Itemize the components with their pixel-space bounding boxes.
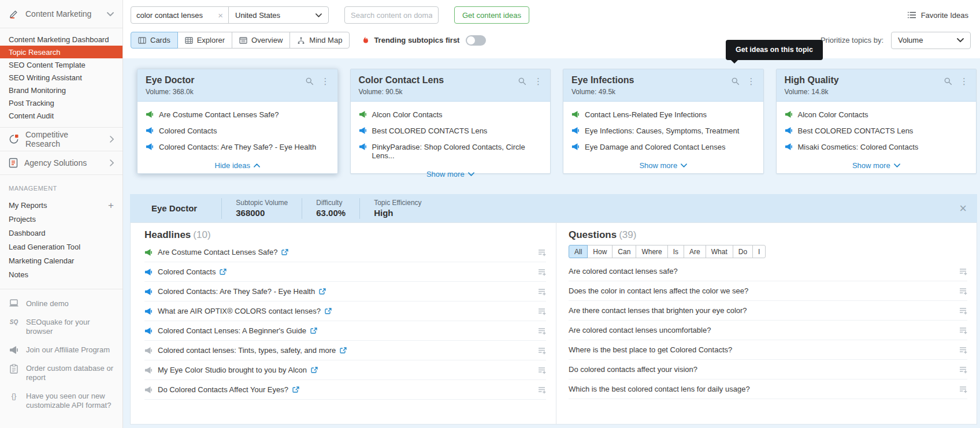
sidebar-item-notes[interactable]: Notes <box>0 267 122 281</box>
add-to-favorites-icon[interactable] <box>538 327 546 335</box>
add-to-favorites-icon[interactable] <box>538 307 546 315</box>
question-row[interactable]: Do colored contacts affect your vision? <box>569 360 967 379</box>
sidebar-item-seo-writing-assistant[interactable]: SEO Writing Assistant <box>0 71 122 84</box>
sidebar-item-content-marketing-dashboard[interactable]: Content Marketing Dashboard <box>0 33 122 46</box>
sidebar-item-seo-content-template[interactable]: SEO Content Template <box>0 58 122 71</box>
sidebar-item-my-reports[interactable]: My Reports + <box>0 198 122 212</box>
question-filter-are[interactable]: Are <box>684 245 706 258</box>
question-row[interactable]: Are colored contact lenses safe? <box>569 262 967 281</box>
external-link-icon[interactable] <box>220 269 227 276</box>
card-idea-item[interactable]: Best COLORED CONTACTS Lens <box>785 126 968 135</box>
question-filter-do[interactable]: Do <box>733 245 753 258</box>
tab-overview[interactable]: Overview <box>232 32 290 49</box>
card-idea-item[interactable]: Alcon Color Contacts <box>359 110 543 119</box>
external-link-icon[interactable] <box>319 288 326 295</box>
external-link-icon[interactable] <box>281 249 288 256</box>
sidebar-section-content-marketing[interactable]: Content Marketing <box>0 0 122 28</box>
trending-toggle[interactable] <box>466 35 486 46</box>
sidebar-item-marketing-calendar[interactable]: Marketing Calendar <box>0 254 122 267</box>
add-to-favorites-icon[interactable] <box>538 347 546 355</box>
sidebar-item-lead-generation-tool[interactable]: Lead Generation Tool <box>0 240 122 254</box>
add-to-favorites-icon[interactable] <box>959 326 967 334</box>
headline-row[interactable]: Colored Contact Lenses: A Beginner's Gui… <box>144 321 546 341</box>
kebab-menu-icon[interactable]: ⋮ <box>321 77 330 85</box>
footer-link-seoquake[interactable]: SQ SEOquake for your browser <box>0 313 122 341</box>
question-filter-what[interactable]: What <box>706 245 733 258</box>
sidebar-item-dashboard[interactable]: Dashboard <box>0 226 122 240</box>
add-to-favorites-icon[interactable] <box>959 307 967 315</box>
sidebar-item-brand-monitoring[interactable]: Brand Monitoring <box>0 84 122 96</box>
hide-ideas-link[interactable]: Hide ideas <box>215 161 260 170</box>
question-filter-all[interactable]: All <box>569 245 588 258</box>
headline-row[interactable]: Do Colored Contacts Affect Your Eyes? <box>144 380 546 400</box>
card-idea-item[interactable]: Alcon Color Contacts <box>785 110 968 119</box>
sidebar-item-post-tracking[interactable]: Post Tracking <box>0 96 122 109</box>
search-icon[interactable] <box>731 77 740 85</box>
card-idea-item[interactable]: Misaki Cosmetics: Colored Contacts <box>785 143 968 151</box>
country-select[interactable]: United States <box>228 7 328 23</box>
headline-row[interactable]: My Eye Color Studio brought to you by Al… <box>144 360 546 380</box>
headline-row[interactable]: Are Costume Contact Lenses Safe? <box>144 243 546 262</box>
card-idea-item[interactable]: Are Costume Contact Lenses Safe? <box>146 110 329 119</box>
question-row[interactable]: Does the color in contact lens affect th… <box>569 281 967 301</box>
external-link-icon[interactable] <box>311 367 318 374</box>
add-to-favorites-icon[interactable] <box>538 248 546 256</box>
external-link-icon[interactable] <box>340 347 347 354</box>
kebab-menu-icon[interactable]: ⋮ <box>534 77 543 85</box>
add-to-favorites-icon[interactable] <box>959 385 967 393</box>
card-idea-item[interactable]: Best COLORED CONTACTS Lens <box>359 126 543 135</box>
add-to-favorites-icon[interactable] <box>959 366 967 374</box>
topic-query-input[interactable] <box>136 11 216 20</box>
question-filter-where[interactable]: Where <box>636 245 667 258</box>
question-row[interactable]: Which is the best colored contact lens f… <box>569 379 967 399</box>
question-filter-is[interactable]: Is <box>667 245 684 258</box>
add-to-favorites-icon[interactable] <box>959 287 967 295</box>
add-to-favorites-icon[interactable] <box>538 268 546 276</box>
sidebar-section-agency-solutions[interactable]: Agency Solutions <box>0 151 122 175</box>
clear-query-icon[interactable]: × <box>218 11 223 20</box>
prioritize-select[interactable]: Volume <box>891 32 971 49</box>
question-row[interactable]: Are there contact lenses that brighten y… <box>569 301 967 321</box>
headline-row[interactable]: Colored Contacts: Are They Safe? - Eye H… <box>144 282 546 302</box>
footer-link-order-custom-database[interactable]: Order custom database or report <box>0 359 122 387</box>
external-link-icon[interactable] <box>292 386 299 393</box>
show-more-link[interactable]: Show more <box>426 170 474 178</box>
footer-link-online-demo[interactable]: Online demo <box>0 295 122 313</box>
question-filter-can[interactable]: Can <box>612 245 636 258</box>
sidebar-section-competitive-research[interactable]: Competitive Research <box>0 128 122 151</box>
tab-explorer[interactable]: Explorer <box>177 32 232 49</box>
add-to-favorites-icon[interactable] <box>538 386 546 394</box>
external-link-icon[interactable] <box>325 308 332 315</box>
add-to-favorites-icon[interactable] <box>959 267 967 276</box>
add-to-favorites-icon[interactable] <box>538 366 546 374</box>
headline-row[interactable]: Colored contact lenses: Tints, types, sa… <box>144 341 546 360</box>
footer-link-affiliate-program[interactable]: Join our Affiliate Program <box>0 341 122 359</box>
domain-search-input[interactable] <box>344 6 439 24</box>
card-idea-item[interactable]: Contact Lens-Related Eye Infections <box>571 110 755 119</box>
card-idea-item[interactable]: Eye Damage and Colored Contact Lenses <box>571 143 755 151</box>
search-icon[interactable] <box>518 77 526 85</box>
card-idea-item[interactable]: PinkyParadise: Shop Colored Contacts, Ci… <box>359 143 543 160</box>
search-icon[interactable] <box>305 77 314 85</box>
question-row[interactable]: Are colored contact lenses uncomfortable… <box>569 321 967 340</box>
show-more-link[interactable]: Show more <box>852 161 900 170</box>
search-icon[interactable] <box>944 77 952 85</box>
sidebar-item-projects[interactable]: Projects <box>0 212 122 226</box>
question-filter-i[interactable]: I <box>752 245 766 258</box>
kebab-menu-icon[interactable]: ⋮ <box>960 77 968 85</box>
card-idea-item[interactable]: Colored Contacts <box>146 126 329 135</box>
tab-cards[interactable]: Cards <box>131 32 178 49</box>
close-icon[interactable]: × <box>959 202 967 215</box>
add-to-favorites-icon[interactable] <box>538 288 546 296</box>
sidebar-item-topic-research[interactable]: Topic Research <box>0 46 122 58</box>
card-idea-item[interactable]: Eye Infections: Causes, Symptoms, Treatm… <box>571 126 755 135</box>
kebab-menu-icon[interactable]: ⋮ <box>747 77 756 85</box>
question-filter-how[interactable]: How <box>587 245 612 258</box>
sidebar-item-content-audit[interactable]: Content Audit <box>0 109 122 122</box>
add-to-favorites-icon[interactable] <box>959 346 967 354</box>
favorite-ideas-button[interactable]: Favorite Ideas <box>907 11 971 20</box>
headline-row[interactable]: What are AIR OPTIX® COLORS contact lense… <box>144 302 546 321</box>
question-row[interactable]: Where is the best place to get Colored C… <box>569 340 967 360</box>
add-report-icon[interactable]: + <box>108 200 114 210</box>
get-content-ideas-button[interactable]: Get content ideas <box>454 6 529 24</box>
